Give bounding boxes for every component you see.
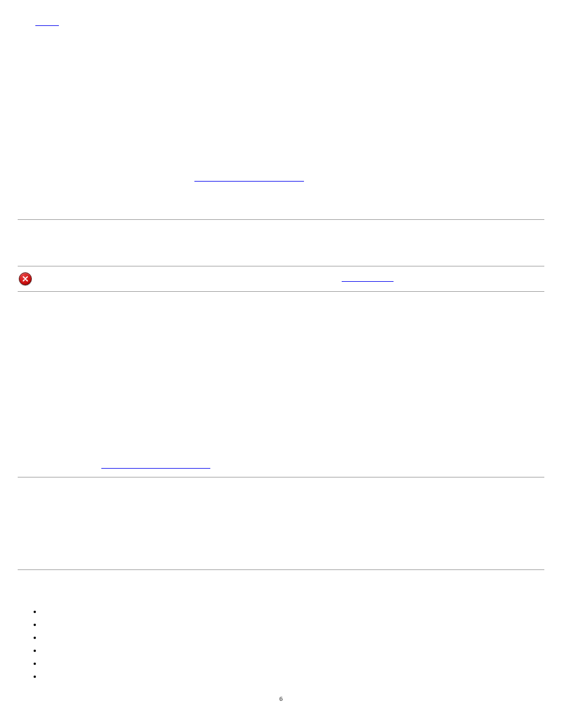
top-link-text: [35, 18, 59, 26]
spacer-5: [18, 471, 544, 477]
spacer-3: [18, 220, 544, 266]
notice-row: [18, 266, 544, 291]
list-item: [42, 618, 544, 631]
list-item: [42, 657, 544, 670]
spacer-7: [18, 570, 544, 603]
mid-link-text: [194, 174, 304, 182]
spacer-2: [18, 184, 544, 219]
notice-link-text: [342, 274, 394, 282]
page-number: 6: [0, 695, 562, 702]
list-item: [42, 631, 544, 644]
spacer-4: [18, 292, 544, 460]
page: 6: [0, 0, 562, 728]
mid-link[interactable]: [194, 173, 304, 184]
list-item: [42, 605, 544, 618]
mid-link-row: [194, 173, 544, 184]
list-item: [42, 670, 544, 683]
spacer-1: [18, 28, 544, 173]
top-link-row: [35, 18, 544, 28]
close-x-icon: [22, 276, 28, 282]
lower-link-row: [101, 460, 544, 471]
list-item: [42, 644, 544, 657]
bullet-list: [18, 605, 544, 683]
spacer-6: [18, 477, 544, 569]
top-link[interactable]: [35, 18, 59, 28]
lower-link-text: [101, 461, 210, 469]
lower-link[interactable]: [101, 460, 210, 471]
notice-link[interactable]: [342, 274, 394, 284]
error-icon: [19, 272, 32, 285]
